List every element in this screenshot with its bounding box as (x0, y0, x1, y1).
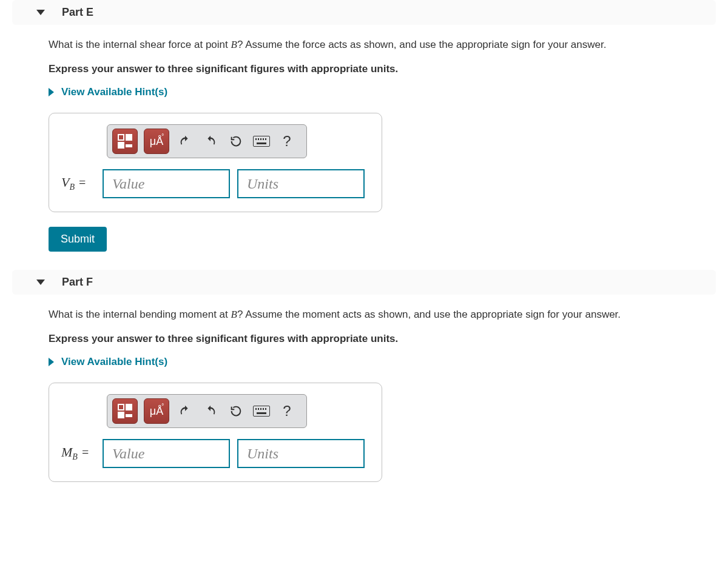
view-hints-button[interactable]: View Available Hint(s) (49, 86, 167, 98)
fraction-templates-button[interactable] (112, 398, 138, 424)
part-e-header[interactable]: Part E (12, 0, 716, 25)
input-row-f: MB = Value Units (61, 439, 369, 468)
mu-angstrom-icon: μÅ (150, 405, 163, 418)
help-icon: ? (283, 133, 291, 150)
variable-label: MB = (61, 444, 95, 462)
units-input[interactable]: Units (237, 439, 365, 468)
help-button[interactable]: ? (277, 401, 297, 421)
undo-icon (178, 404, 192, 418)
keyboard-icon (253, 406, 270, 417)
var-symbol: V (61, 175, 69, 190)
value-placeholder: Value (112, 176, 144, 192)
submit-button[interactable]: Submit (49, 227, 107, 252)
help-icon: ? (283, 403, 291, 420)
part-f-header[interactable]: Part F (12, 270, 716, 295)
chevron-down-icon (36, 280, 45, 285)
part-f-body: What is the internal bending moment at B… (0, 295, 728, 515)
redo-button[interactable] (201, 132, 220, 151)
prompt-text: What is the internal bending moment at (49, 309, 231, 320)
keyboard-button[interactable] (252, 132, 271, 151)
help-button[interactable]: ? (277, 132, 297, 151)
var-symbol: M (61, 444, 72, 460)
undo-button[interactable] (175, 401, 195, 421)
prompt-text: What is the internal shear force at poin… (49, 39, 231, 50)
part-f-prompt: What is the internal bending moment at B… (49, 307, 716, 323)
units-placeholder: Units (247, 446, 278, 462)
view-hints-button[interactable]: View Available Hint(s) (49, 356, 167, 368)
reset-button[interactable] (226, 401, 246, 421)
part-e-body: What is the internal shear force at poin… (0, 25, 728, 270)
answer-toolbar: μÅ ? (107, 124, 307, 158)
value-input[interactable]: Value (103, 439, 230, 468)
part-e-title: Part E (62, 6, 93, 19)
part-f-title: Part F (62, 276, 93, 289)
hints-label: View Available Hint(s) (61, 356, 167, 368)
part-e-prompt: What is the internal shear force at poin… (49, 37, 716, 53)
undo-icon (178, 135, 192, 148)
answer-panel-f: μÅ ? MB = (49, 383, 382, 482)
reset-icon (229, 404, 243, 418)
part-f-instruction: Express your answer to three significant… (49, 331, 716, 347)
template-icon (118, 404, 132, 418)
part-e-instruction: Express your answer to three significant… (49, 61, 716, 77)
undo-button[interactable] (175, 132, 195, 151)
submit-label: Submit (61, 233, 95, 245)
value-placeholder: Value (112, 446, 144, 462)
chevron-right-icon (49, 88, 54, 96)
redo-button[interactable] (201, 401, 220, 421)
redo-icon (204, 135, 217, 148)
answer-toolbar: μÅ ? (107, 394, 307, 428)
var-subscript: B (72, 453, 78, 462)
mu-angstrom-icon: μÅ (150, 135, 163, 148)
keyboard-button[interactable] (252, 401, 271, 421)
hints-label: View Available Hint(s) (61, 86, 167, 98)
units-input[interactable]: Units (237, 169, 365, 198)
variable-label: VB = (61, 175, 95, 192)
value-input[interactable]: Value (103, 169, 230, 198)
prompt-text: ? Assume the force acts as shown, and us… (237, 39, 607, 50)
answer-panel-e: μÅ ? VB = (49, 113, 382, 212)
prompt-variable: B (231, 39, 237, 50)
template-icon (118, 134, 132, 149)
reset-icon (229, 135, 243, 148)
units-placeholder: Units (247, 176, 278, 192)
redo-icon (204, 404, 217, 418)
chevron-right-icon (49, 358, 54, 366)
var-subscript: B (69, 183, 75, 192)
keyboard-icon (253, 136, 270, 147)
prompt-text: ? Assume the moment acts as shown, and u… (237, 309, 621, 320)
chevron-down-icon (36, 10, 45, 15)
special-characters-button[interactable]: μÅ (144, 398, 169, 424)
input-row-e: VB = Value Units (61, 169, 369, 198)
fraction-templates-button[interactable] (112, 129, 138, 154)
special-characters-button[interactable]: μÅ (144, 129, 169, 154)
prompt-variable: B (231, 309, 237, 320)
reset-button[interactable] (226, 132, 246, 151)
